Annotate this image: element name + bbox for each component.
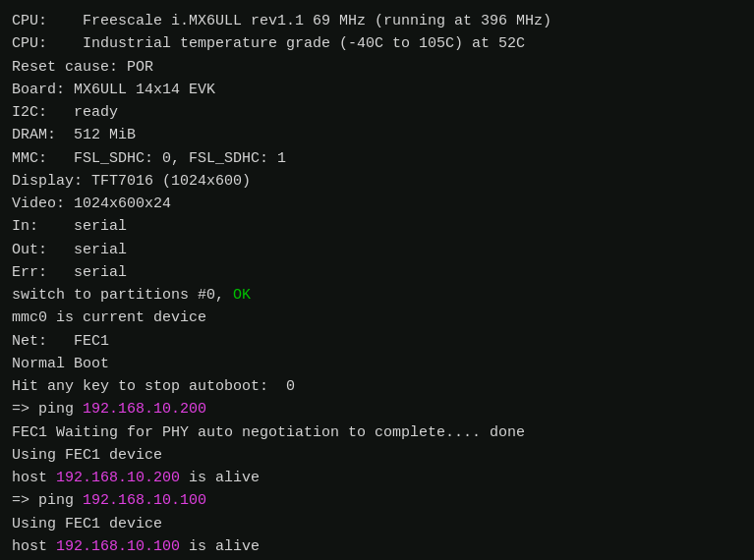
line-out: Out: serial bbox=[12, 239, 742, 261]
line-cpu2: CPU: Industrial temperature grade (-40C … bbox=[12, 32, 742, 55]
line-display: Display: TFT7016 (1024x600) bbox=[12, 170, 742, 193]
line-in: In: serial bbox=[12, 215, 742, 238]
line-video: Video: 1024x600x24 bbox=[12, 193, 742, 215]
line-dram: DRAM: 512 MiB bbox=[12, 124, 742, 146]
line-err: Err: serial bbox=[12, 261, 742, 284]
line-i2c: I2C: ready bbox=[12, 101, 742, 124]
line-normalboot: Normal Boot bbox=[12, 353, 742, 375]
line-ping1: => ping 192.168.10.200 bbox=[12, 398, 742, 420]
line-fec1wait: FEC1 Waiting for PHY auto negotiation to… bbox=[12, 421, 742, 444]
line-host2: host 192.168.10.100 is alive bbox=[12, 535, 742, 558]
line-mmc: MMC: FSL_SDHC: 0, FSL_SDHC: 1 bbox=[12, 147, 742, 170]
line-using1: Using FEC1 device bbox=[12, 444, 742, 467]
line-switch: switch to partitions #0, OK bbox=[12, 284, 742, 307]
line-cpu1: CPU: Freescale i.MX6ULL rev1.1 69 MHz (r… bbox=[12, 10, 742, 32]
terminal-window[interactable]: CPU: Freescale i.MX6ULL rev1.1 69 MHz (r… bbox=[0, 0, 754, 560]
line-ping2: => ping 192.168.10.100 bbox=[12, 489, 742, 512]
line-net: Net: FEC1 bbox=[12, 330, 742, 353]
line-hit: Hit any key to stop autoboot: 0 bbox=[12, 375, 742, 398]
line-reset: Reset cause: POR bbox=[12, 56, 742, 79]
line-host1: host 192.168.10.200 is alive bbox=[12, 467, 742, 489]
line-mmc0: mmc0 is current device bbox=[12, 307, 742, 329]
line-board: Board: MX6ULL 14x14 EVK bbox=[12, 79, 742, 101]
line-using2: Using FEC1 device bbox=[12, 513, 742, 535]
